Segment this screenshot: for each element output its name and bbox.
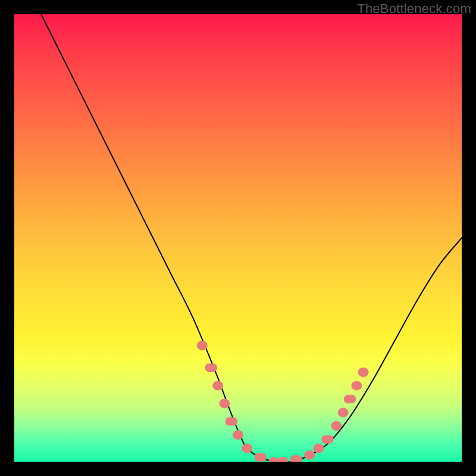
marker-point — [277, 457, 288, 462]
bottleneck-curve — [41, 14, 462, 462]
highlight-markers — [197, 341, 369, 462]
marker-point — [255, 453, 267, 462]
marker-point — [290, 455, 302, 462]
marker-point — [331, 421, 342, 431]
marker-point — [219, 399, 230, 408]
marker-point — [233, 430, 243, 440]
marker-point — [205, 364, 217, 372]
marker-point — [304, 450, 315, 460]
chart-svg — [14, 14, 462, 462]
marker-point — [197, 341, 208, 350]
marker-point — [338, 408, 349, 417]
marker-point — [212, 381, 223, 390]
marker-point — [242, 443, 252, 453]
marker-point — [226, 417, 237, 425]
marker-point — [321, 435, 333, 443]
marker-point — [313, 443, 324, 453]
marker-point — [344, 395, 356, 403]
chart-plot-area — [14, 14, 462, 462]
marker-point — [351, 381, 362, 390]
watermark-text: TheBottleneck.com — [357, 1, 471, 17]
marker-point — [358, 368, 369, 377]
